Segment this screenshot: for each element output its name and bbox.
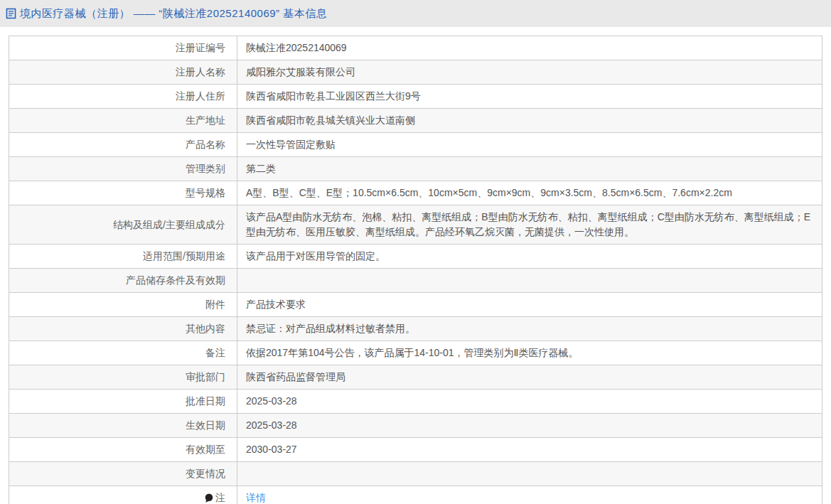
table-row: 审批部门陕西省药品监督管理局 <box>9 365 822 390</box>
row-label-text: 其他内容 <box>186 321 225 336</box>
note-balloon-icon <box>205 493 213 503</box>
row-label-text: 产品储存条件及有效期 <box>126 273 225 288</box>
row-label: 适用范围/预期用途 <box>9 245 237 268</box>
row-label-text: 变更情况 <box>186 466 225 481</box>
row-value-text: 依据2017年第104号公告，该产品属于14-10-01，管理类别为Ⅱ类医疗器械… <box>246 345 578 360</box>
table-row: 其他内容禁忌证：对产品组成材料过敏者禁用。 <box>9 317 822 341</box>
row-label: 生效日期 <box>9 414 237 437</box>
row-value-text: 产品技术要求 <box>246 297 306 312</box>
table-row: 批准日期2025-03-28 <box>9 390 822 414</box>
row-value: 该产品A型由防水无纺布、泡棉、粘扣、离型纸组成；B型由防水无纺布、粘扣、离型纸组… <box>237 205 822 244</box>
row-label-text: 备注 <box>205 345 225 360</box>
row-label-text: 结构及组成/主要组成成分 <box>113 218 225 232</box>
row-value: 一次性导管固定敷贴 <box>237 133 822 156</box>
row-label-text: 注册证编号 <box>176 41 225 55</box>
row-value: 陕西省咸阳市乾县城关镇兴业大道南侧 <box>237 109 822 132</box>
row-value-text: 2030-03-27 <box>246 442 297 457</box>
row-label-text: 产品名称 <box>186 137 225 152</box>
row-value: 陕械注准20252140069 <box>237 36 822 60</box>
row-label: 结构及组成/主要组成成分 <box>9 205 237 244</box>
row-value: 该产品用于对医用导管的固定。 <box>237 245 822 268</box>
row-value-text: 陕械注准20252140069 <box>246 41 347 55</box>
row-label: 产品储存条件及有效期 <box>9 269 237 292</box>
row-label-text: 注册人名称 <box>176 65 225 80</box>
table-row: 有效期至2030-03-27 <box>9 438 822 462</box>
row-label-text: 审批部门 <box>186 370 225 385</box>
row-value: 陕西省药品监督管理局 <box>237 365 822 389</box>
header-bar: 境内医疗器械（注册） —— “陕械注准20252140069” 基本信息 <box>0 0 831 27</box>
row-label-text: 批准日期 <box>186 394 225 409</box>
table-row: 注详情 <box>9 486 822 504</box>
row-label: 注 <box>9 486 237 504</box>
table-row: 产品储存条件及有效期 <box>9 269 822 293</box>
row-value <box>237 462 822 486</box>
row-label: 管理类别 <box>9 157 237 181</box>
row-label-text: 注册人住所 <box>176 89 225 104</box>
row-label: 审批部门 <box>9 365 237 389</box>
row-value: 详情 <box>237 486 822 504</box>
table-row: 注册人住所陕西省咸阳市乾县工业园区西兰大街9号 <box>9 85 822 109</box>
row-value: 依据2017年第104号公告，该产品属于14-10-01，管理类别为Ⅱ类医疗器械… <box>237 341 822 365</box>
row-value-text: 一次性导管固定敷贴 <box>246 137 336 152</box>
row-value: 咸阳雅尔艾服装有限公司 <box>237 60 822 84</box>
table-row: 注册证编号陕械注准20252140069 <box>9 36 822 60</box>
row-value-text: 2025-03-28 <box>246 394 297 409</box>
document-icon <box>6 8 16 19</box>
row-value-text: 该产品A型由防水无纺布、泡棉、粘扣、离型纸组成；B型由防水无纺布、粘扣、离型纸组… <box>246 210 812 240</box>
table-row: 注册人名称咸阳雅尔艾服装有限公司 <box>9 60 822 85</box>
registration-info-table: 注册证编号陕械注准20252140069注册人名称咸阳雅尔艾服装有限公司注册人住… <box>9 36 822 504</box>
row-value: 2025-03-28 <box>237 390 822 413</box>
row-value-text: A型、B型、C型、E型；10.5cm×6.5cm、10cm×5cm、9cm×9c… <box>246 186 732 200</box>
row-value-text: 陕西省咸阳市乾县工业园区西兰大街9号 <box>246 89 421 104</box>
row-value-text: 禁忌证：对产品组成材料过敏者禁用。 <box>246 321 415 336</box>
row-label: 产品名称 <box>9 133 237 156</box>
row-value-text: 咸阳雅尔艾服装有限公司 <box>246 65 355 80</box>
row-label-text: 注 <box>215 490 225 504</box>
page-title: 境内医疗器械（注册） —— “陕械注准20252140069” 基本信息 <box>20 7 327 21</box>
details-link[interactable]: 详情 <box>246 490 266 504</box>
row-value: 第二类 <box>237 157 822 181</box>
row-value: 2025-03-28 <box>237 414 822 437</box>
table-row: 适用范围/预期用途该产品用于对医用导管的固定。 <box>9 245 822 269</box>
row-label: 注册人住所 <box>9 85 237 108</box>
row-value: A型、B型、C型、E型；10.5cm×6.5cm、10cm×5cm、9cm×9c… <box>237 181 822 205</box>
row-label-text: 生效日期 <box>186 418 225 433</box>
row-value-text: 该产品用于对医用导管的固定。 <box>246 249 385 264</box>
table-row: 生效日期2025-03-28 <box>9 414 822 438</box>
row-label: 变更情况 <box>9 462 237 486</box>
row-label: 注册证编号 <box>9 36 237 60</box>
row-label: 附件 <box>9 293 237 316</box>
row-value-text: 第二类 <box>246 161 276 176</box>
table-row: 变更情况 <box>9 462 822 486</box>
table-row: 备注依据2017年第104号公告，该产品属于14-10-01，管理类别为Ⅱ类医疗… <box>9 341 822 365</box>
row-value-text: 陕西省药品监督管理局 <box>246 370 345 385</box>
row-value-text: 陕西省咸阳市乾县城关镇兴业大道南侧 <box>246 113 415 128</box>
table-row: 管理类别第二类 <box>9 157 822 181</box>
row-label-text: 型号规格 <box>186 186 225 200</box>
row-label-text: 有效期至 <box>186 442 225 457</box>
table-row: 附件产品技术要求 <box>9 293 822 317</box>
row-label: 批准日期 <box>9 390 237 413</box>
row-value: 陕西省咸阳市乾县工业园区西兰大街9号 <box>237 85 822 108</box>
table-row: 产品名称一次性导管固定敷贴 <box>9 133 822 157</box>
row-value: 产品技术要求 <box>237 293 822 316</box>
row-label-text: 附件 <box>205 297 225 312</box>
table-row: 结构及组成/主要组成成分该产品A型由防水无纺布、泡棉、粘扣、离型纸组成；B型由防… <box>9 205 822 245</box>
row-label: 备注 <box>9 341 237 365</box>
row-label: 型号规格 <box>9 181 237 205</box>
row-label-text: 管理类别 <box>186 161 225 176</box>
row-label: 生产地址 <box>9 109 237 132</box>
table-row: 型号规格A型、B型、C型、E型；10.5cm×6.5cm、10cm×5cm、9c… <box>9 181 822 205</box>
row-label: 注册人名称 <box>9 60 237 84</box>
row-value <box>237 269 822 292</box>
table-row: 生产地址陕西省咸阳市乾县城关镇兴业大道南侧 <box>9 109 822 133</box>
row-value-text: 2025-03-28 <box>246 418 297 433</box>
row-label: 其他内容 <box>9 317 237 341</box>
row-label: 有效期至 <box>9 438 237 461</box>
row-label-text: 适用范围/预期用途 <box>143 249 225 264</box>
row-value: 2030-03-27 <box>237 438 822 461</box>
row-value: 禁忌证：对产品组成材料过敏者禁用。 <box>237 317 822 341</box>
row-label-text: 生产地址 <box>186 113 225 128</box>
